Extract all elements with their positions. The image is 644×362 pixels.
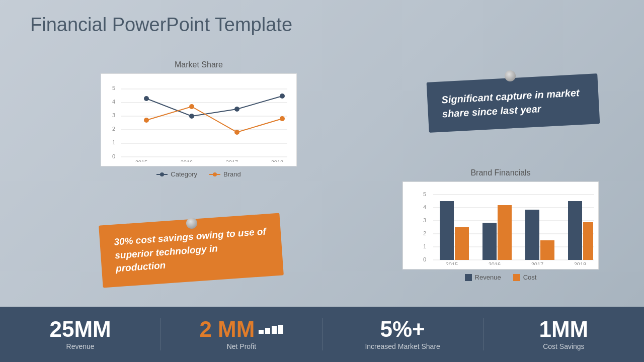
category-legend-icon <box>156 171 168 178</box>
brand-label: Brand <box>223 170 241 178</box>
svg-text:2015: 2015 <box>135 159 147 162</box>
svg-text:2015: 2015 <box>446 261 458 265</box>
legend-category: Category <box>156 170 197 178</box>
cost-legend-icon <box>513 274 520 281</box>
svg-text:2016: 2016 <box>489 261 501 265</box>
footer: 25MM Revenue 2 MM Net Profit 5%+ Increas… <box>0 307 644 362</box>
footer-stat-revenue: 25MM Revenue <box>0 318 161 350</box>
bar-2015-revenue <box>440 201 454 260</box>
callout-orange-pin <box>186 218 197 229</box>
footer-net-profit-label: Net Profit <box>227 342 256 350</box>
svg-text:1: 1 <box>423 243 426 249</box>
svg-text:0: 0 <box>112 153 115 159</box>
category-label: Category <box>171 170 197 178</box>
svg-text:3: 3 <box>112 112 115 118</box>
svg-point-14 <box>189 114 194 119</box>
footer-stat-market-share: 5%+ Increased Market Share <box>323 318 484 350</box>
svg-text:1: 1 <box>112 139 115 145</box>
cost-label: Cost <box>523 274 537 281</box>
svg-point-16 <box>280 94 285 99</box>
legend-brand: Brand <box>209 170 241 178</box>
revenue-label: Revenue <box>475 274 501 281</box>
svg-text:5: 5 <box>112 85 115 91</box>
footer-market-share-label: Increased Market Share <box>365 342 440 350</box>
svg-point-20 <box>280 116 285 121</box>
brand-financials-chart-box: 0 1 2 3 4 5 <box>403 182 599 269</box>
svg-text:2018: 2018 <box>574 261 586 265</box>
callout-orange-text: 30% cost savings owing to use of superio… <box>114 226 267 274</box>
bar-2018-revenue <box>568 201 582 260</box>
svg-text:2: 2 <box>112 126 115 132</box>
svg-rect-45 <box>465 274 472 281</box>
svg-text:3: 3 <box>423 217 426 223</box>
progress-bar-3 <box>272 326 277 334</box>
footer-market-share-number: 5%+ <box>380 318 425 340</box>
svg-point-15 <box>234 107 239 112</box>
svg-text:5: 5 <box>423 191 426 197</box>
svg-point-17 <box>144 118 149 123</box>
callout-blue-text: Significant capture in market share sinc… <box>441 87 580 119</box>
market-share-title: Market Share <box>101 60 297 69</box>
footer-stat-net-profit: 2 MM Net Profit <box>161 318 322 350</box>
progress-bar-4 <box>278 325 283 334</box>
svg-text:4: 4 <box>423 204 426 210</box>
bar-2016-revenue <box>482 223 497 260</box>
market-share-svg: 0 1 2 3 4 5 <box>106 79 292 162</box>
legend-cost: Cost <box>513 274 537 281</box>
svg-rect-46 <box>513 274 520 281</box>
svg-point-28 <box>213 172 217 176</box>
brand-financials-legend: Revenue Cost <box>403 274 599 281</box>
net-profit-progress-bars <box>259 325 283 334</box>
progress-bar-2 <box>265 328 270 334</box>
svg-point-26 <box>160 172 164 176</box>
footer-stat-cost-savings: 1MM Cost Savings <box>484 318 644 350</box>
revenue-legend-icon <box>465 274 472 281</box>
svg-text:4: 4 <box>112 99 115 105</box>
progress-bar-1 <box>259 330 264 334</box>
brand-financials-chart: Brand Financials 0 1 2 3 4 5 <box>403 168 599 281</box>
svg-point-19 <box>234 130 239 135</box>
bar-2018-cost <box>583 222 593 260</box>
legend-revenue: Revenue <box>465 274 501 281</box>
footer-revenue-number: 25MM <box>50 318 111 340</box>
main-area: Financial PowerPoint Template Market Sha… <box>0 0 644 307</box>
callout-blue: Significant capture in market share sinc… <box>427 73 600 133</box>
callout-blue-pin <box>505 70 516 81</box>
brand-financials-svg: 0 1 2 3 4 5 <box>423 187 599 265</box>
market-share-chart: Market Share 0 1 2 3 4 5 <box>101 60 297 178</box>
footer-cost-savings-label: Cost Savings <box>543 342 584 350</box>
brand-legend-icon <box>209 171 220 178</box>
footer-net-profit-number: 2 MM <box>199 318 255 340</box>
svg-text:2016: 2016 <box>181 159 193 162</box>
page-title: Financial PowerPoint Template <box>30 14 292 36</box>
market-share-legend: Category Brand <box>101 170 297 178</box>
bar-2016-cost <box>498 205 512 260</box>
bar-2017-revenue <box>525 210 539 260</box>
svg-point-18 <box>189 104 194 109</box>
svg-text:2017: 2017 <box>531 261 543 265</box>
footer-revenue-label: Revenue <box>66 342 95 350</box>
bar-2017-cost <box>540 240 554 260</box>
footer-cost-savings-number: 1MM <box>539 318 588 340</box>
svg-text:0: 0 <box>423 256 426 262</box>
svg-text:2018: 2018 <box>271 159 283 162</box>
bar-2015-cost <box>455 227 469 260</box>
svg-point-13 <box>144 96 149 101</box>
market-share-chart-box: 0 1 2 3 4 5 <box>101 73 297 166</box>
svg-text:2: 2 <box>423 230 426 236</box>
brand-financials-title: Brand Financials <box>403 168 599 177</box>
net-profit-area: 2 MM <box>199 318 283 340</box>
svg-text:2017: 2017 <box>226 159 238 162</box>
